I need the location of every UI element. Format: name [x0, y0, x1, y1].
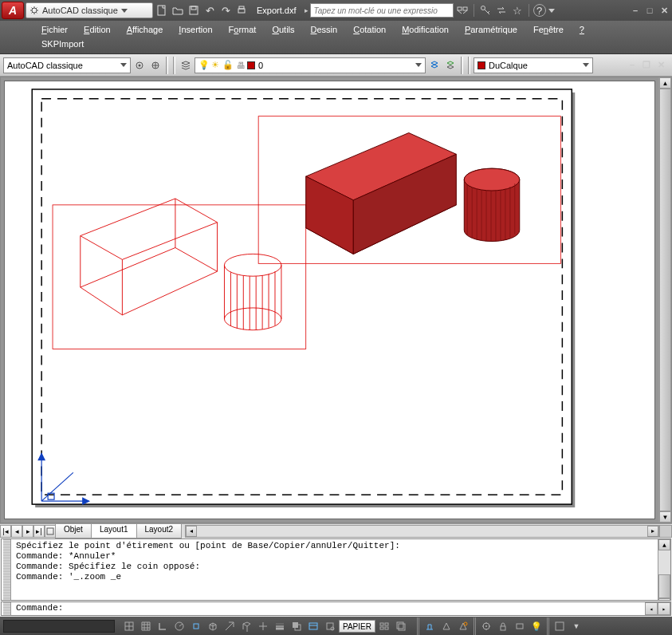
mdi-minimize[interactable]: –	[626, 59, 639, 70]
annoscale-icon[interactable]	[422, 619, 438, 633]
quickview-layouts-icon[interactable]	[376, 619, 392, 633]
minimize-button[interactable]: –	[629, 5, 642, 16]
clean-screen-icon[interactable]	[552, 619, 568, 633]
ducs-icon[interactable]	[238, 619, 254, 633]
otrack-icon[interactable]	[222, 619, 238, 633]
workspace-combo[interactable]: AutoCAD classique	[3, 57, 131, 73]
favorite-icon[interactable]: ☆	[510, 3, 525, 18]
search-icon[interactable]	[455, 3, 470, 18]
menu-skpimport[interactable]: SKPImport	[33, 37, 92, 51]
svg-rect-67	[501, 626, 505, 630]
isolate-icon[interactable]: 💡	[529, 619, 544, 633]
svg-rect-60	[380, 627, 383, 629]
menu-parametrique[interactable]: Paramétrique	[457, 22, 525, 37]
svg-rect-56	[327, 623, 333, 629]
workspace-settings-icon[interactable]	[132, 58, 147, 73]
annovis-icon[interactable]	[438, 619, 454, 633]
menu-modification[interactable]: Modification	[394, 22, 457, 37]
workspace-save-icon[interactable]	[148, 58, 163, 73]
polar-icon[interactable]	[171, 619, 187, 633]
svg-point-8	[481, 6, 485, 10]
hardware-accel-icon[interactable]	[512, 619, 528, 633]
key-icon[interactable]	[478, 3, 493, 18]
svg-rect-7	[463, 7, 467, 10]
svg-rect-13	[32, 89, 572, 504]
new-icon[interactable]	[155, 3, 169, 18]
save-icon[interactable]	[187, 3, 201, 18]
command-input[interactable]: Commande: ▸ ◂	[1, 601, 671, 616]
quickview-drawings-icon[interactable]	[393, 619, 409, 633]
menu-fichier[interactable]: Fichier	[33, 22, 76, 37]
layer-manager-icon[interactable]	[179, 58, 193, 73]
redo-icon[interactable]: ↷	[218, 3, 233, 18]
scroll-right-button[interactable]: ▸	[647, 526, 658, 537]
open-icon[interactable]	[171, 3, 185, 18]
status-tray-arrow[interactable]: ▼	[568, 619, 584, 633]
menu-fenetre[interactable]: Fenêtre	[525, 22, 572, 37]
vertical-scrollbar[interactable]: ▲ ▼	[658, 77, 671, 523]
scroll-down-button[interactable]: ▼	[659, 511, 671, 523]
layer-name: 0	[258, 61, 263, 70]
search-input[interactable]	[310, 3, 454, 18]
undo-icon[interactable]: ↶	[202, 3, 217, 18]
coords-display[interactable]	[3, 620, 115, 633]
layer-combo[interactable]: 💡 ☀ 🔓 🖶 0	[195, 57, 426, 73]
scroll-left-button[interactable]: ◂	[186, 526, 197, 537]
svg-rect-62	[397, 622, 403, 629]
print-icon[interactable]	[234, 3, 249, 18]
command-history[interactable]: Spécifiez le point d'étirement ou [point…	[1, 538, 671, 601]
tab-next-button[interactable]: ▸	[22, 525, 33, 538]
osnap-icon[interactable]	[188, 619, 204, 633]
transparency-icon[interactable]	[289, 619, 305, 633]
scroll-up-button[interactable]: ▲	[659, 77, 671, 89]
tab-first-button[interactable]: |◂	[0, 525, 11, 538]
app-logo[interactable]: A	[2, 2, 24, 19]
command-grip[interactable]	[3, 539, 11, 600]
menu-help[interactable]: ?	[572, 22, 592, 37]
ws-switch-icon[interactable]	[478, 619, 494, 633]
cmd-scroll-left[interactable]: ◂	[645, 602, 658, 615]
maximize-button[interactable]: □	[643, 5, 656, 16]
menu-affichage[interactable]: Affichage	[119, 22, 171, 37]
drawing-canvas[interactable]	[4, 81, 655, 519]
close-button[interactable]: ✕	[658, 5, 670, 16]
mdi-restore[interactable]: ❐	[640, 59, 653, 70]
cmd-vscroll[interactable]: ▲▼	[658, 539, 670, 600]
tab-last-button[interactable]: ▸|	[33, 525, 45, 538]
help-icon[interactable]: ?	[533, 4, 546, 17]
grid-icon[interactable]	[138, 619, 154, 633]
tab-layout2[interactable]: Layout2	[136, 524, 183, 538]
menu-dessin[interactable]: Dessin	[303, 22, 346, 37]
menu-cotation[interactable]: Cotation	[345, 22, 394, 37]
exchange-icon[interactable]	[494, 3, 509, 18]
sc-icon[interactable]	[322, 619, 338, 633]
snap-mode-icon[interactable]	[121, 619, 137, 633]
menu-format[interactable]: Format	[221, 22, 265, 37]
menu-edition[interactable]: Edition	[76, 22, 119, 37]
menu-insertion[interactable]: Insertion	[171, 22, 220, 37]
layer-prev-icon[interactable]	[427, 58, 442, 73]
toolbar-lock-icon[interactable]	[495, 619, 511, 633]
command-prompt: Commande:	[16, 603, 63, 613]
workspace-dropdown[interactable]: AutoCAD classique	[26, 2, 153, 18]
mdi-close[interactable]: ✕	[654, 59, 667, 70]
annoauto-icon[interactable]	[455, 619, 471, 633]
lineweight-icon[interactable]	[272, 619, 288, 633]
color-combo[interactable]: DuCalque	[474, 57, 593, 73]
svg-point-66	[485, 625, 487, 627]
tab-objet[interactable]: Objet	[55, 524, 92, 538]
osnap3d-icon[interactable]	[205, 619, 221, 633]
layer-states-icon[interactable]	[443, 58, 458, 73]
tab-model-toggle[interactable]	[45, 525, 56, 538]
help-dropdown-icon[interactable]	[548, 3, 556, 18]
command-grip2[interactable]	[3, 602, 11, 615]
ortho-icon[interactable]	[155, 619, 171, 633]
dyn-icon[interactable]	[255, 619, 271, 633]
model-paper-toggle[interactable]: PAPIER	[339, 620, 375, 633]
tab-layout1[interactable]: Layout1	[91, 524, 137, 538]
tab-prev-button[interactable]: ◂	[11, 525, 22, 538]
plot-icon: 🖶	[237, 61, 246, 70]
qp-icon[interactable]	[305, 619, 321, 633]
menu-outils[interactable]: Outils	[264, 22, 302, 37]
cmd-scroll-right[interactable]: ▸	[658, 602, 670, 615]
